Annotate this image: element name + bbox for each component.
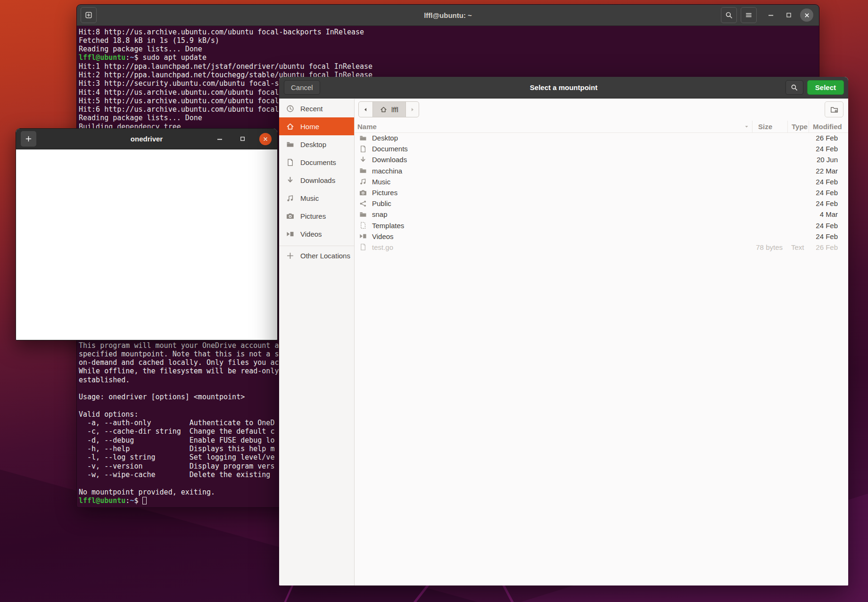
- file-row[interactable]: Pictures 24 Feb: [355, 187, 848, 198]
- maximize-icon: [240, 136, 246, 142]
- download-icon: [359, 156, 367, 164]
- file-row[interactable]: Templates 24 Feb: [355, 220, 848, 231]
- plus-icon: [25, 135, 32, 142]
- file-modified: 24 Feb: [809, 199, 848, 207]
- file-list-header: Name Size Type Modified: [355, 121, 848, 133]
- folder-icon: [359, 167, 367, 174]
- close-button[interactable]: [800, 8, 813, 22]
- onedriver-close-button[interactable]: [259, 133, 272, 145]
- file-row[interactable]: macchina 22 Mar: [355, 165, 848, 176]
- file-row[interactable]: test.go 78 bytes Text 26 Feb: [355, 242, 848, 253]
- sidebar-item-label: Desktop: [300, 140, 326, 148]
- videos-icon: [286, 230, 294, 238]
- file-name: snap: [372, 210, 388, 218]
- home-icon: [286, 123, 294, 131]
- new-folder-icon: [830, 106, 838, 114]
- new-tab-button[interactable]: [81, 7, 97, 23]
- sidebar-item[interactable]: Downloads: [279, 171, 354, 189]
- file-row[interactable]: Videos 24 Feb: [355, 231, 848, 242]
- camera-icon: [359, 189, 367, 197]
- sidebar-item-label: Other Locations: [300, 252, 350, 260]
- maximize-icon: [785, 12, 792, 18]
- file-row[interactable]: Documents 24 Feb: [355, 143, 848, 154]
- document-icon: [359, 243, 367, 251]
- sidebar-item[interactable]: Home: [279, 117, 354, 135]
- column-header-size[interactable]: Size: [752, 121, 787, 132]
- home-icon: [380, 106, 387, 113]
- file-modified: 24 Feb: [809, 232, 848, 240]
- sidebar-item-label: Documents: [300, 158, 336, 166]
- file-row[interactable]: snap 4 Mar: [355, 209, 848, 220]
- sidebar-item[interactable]: Desktop: [279, 135, 354, 153]
- file-size: 78 bytes: [752, 243, 787, 251]
- chevron-left-icon: [363, 107, 369, 113]
- sidebar-separator: [279, 246, 354, 246]
- onedriver-add-button[interactable]: [21, 131, 36, 147]
- file-name: Music: [372, 178, 390, 186]
- file-row[interactable]: Desktop 26 Feb: [355, 132, 848, 143]
- cancel-button[interactable]: Cancel: [284, 80, 320, 95]
- terminal-search-button[interactable]: [721, 7, 737, 23]
- document-icon: [286, 158, 294, 166]
- sidebar-item[interactable]: Videos: [279, 225, 354, 243]
- file-modified: 26 Feb: [809, 134, 848, 142]
- onedriver-titlebar[interactable]: onedriver: [16, 129, 277, 149]
- file-name: Videos: [372, 232, 394, 240]
- sidebar-item[interactable]: Music: [279, 189, 354, 207]
- clock-icon: [286, 105, 294, 113]
- terminal-cursor: [142, 497, 147, 504]
- file-modified: 24 Feb: [809, 145, 848, 153]
- column-header-name[interactable]: Name: [355, 121, 752, 132]
- dialog-search-button[interactable]: [785, 80, 803, 95]
- file-row[interactable]: Downloads 20 Jun: [355, 154, 848, 165]
- chevron-right-icon: [409, 107, 415, 113]
- close-icon: [263, 136, 268, 142]
- file-browser-pane: lffl Name Size Type Modified: [355, 99, 848, 586]
- file-list: Desktop 26 Feb Documents 24 Feb: [355, 132, 848, 586]
- terminal-titlebar[interactable]: lffl@ubuntu: ~: [77, 5, 819, 26]
- hamburger-menu-icon: [745, 11, 752, 19]
- download-icon: [286, 176, 294, 184]
- videos-icon: [359, 232, 367, 240]
- terminal-output-bottom: This program will mount your OneDrive ac…: [79, 341, 279, 505]
- onedriver-maximize-button[interactable]: [237, 133, 248, 145]
- column-header-type[interactable]: Type: [787, 121, 809, 132]
- breadcrumb-label: lffl: [391, 106, 398, 114]
- sidebar-item[interactable]: Documents: [279, 153, 354, 171]
- sidebar-item[interactable]: Pictures: [279, 207, 354, 225]
- file-row[interactable]: Public 24 Feb: [355, 198, 848, 209]
- path-back-button[interactable]: [359, 102, 373, 117]
- select-button[interactable]: Select: [807, 80, 844, 95]
- folder-icon: [359, 134, 367, 142]
- plus-icon: [286, 252, 294, 260]
- sort-descending-icon: [744, 124, 750, 130]
- minimize-button[interactable]: [765, 9, 777, 21]
- document-icon: [359, 145, 367, 153]
- file-modified: 24 Feb: [809, 178, 848, 186]
- breadcrumb: lffl: [358, 101, 419, 117]
- search-icon: [725, 11, 733, 19]
- onedriver-minimize-button[interactable]: [214, 133, 225, 145]
- file-name: Templates: [372, 222, 404, 230]
- sidebar-item[interactable]: Recent: [279, 99, 354, 117]
- terminal-menu-button[interactable]: [741, 7, 757, 23]
- file-name: test.go: [372, 243, 393, 251]
- breadcrumb-home-segment[interactable]: lffl: [373, 102, 406, 117]
- file-row[interactable]: Music 24 Feb: [355, 176, 848, 187]
- dialog-titlebar[interactable]: Cancel Select a mountpoint Select: [279, 77, 848, 99]
- file-modified: 4 Mar: [809, 210, 848, 218]
- new-tab-icon: [85, 11, 92, 19]
- column-header-modified[interactable]: Modified: [809, 121, 848, 132]
- terminal-title: lffl@ubuntu: ~: [77, 11, 819, 19]
- music-icon: [286, 194, 294, 202]
- path-bar: lffl: [355, 99, 848, 121]
- new-folder-button[interactable]: [825, 101, 843, 117]
- folder-icon: [359, 211, 367, 218]
- onedriver-window: onedriver: [16, 128, 278, 340]
- path-forward-button[interactable]: [406, 102, 419, 117]
- maximize-button[interactable]: [783, 9, 794, 21]
- sidebar-item-label: Downloads: [300, 176, 335, 184]
- file-modified: 20 Jun: [809, 156, 848, 164]
- sidebar-item-other-locations[interactable]: Other Locations: [279, 247, 354, 264]
- file-modified: 26 Feb: [809, 243, 848, 251]
